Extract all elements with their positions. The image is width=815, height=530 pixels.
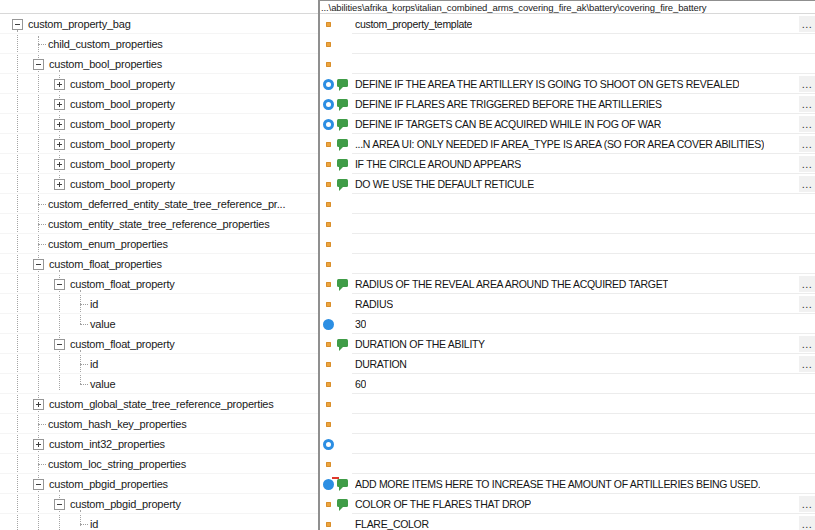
- property-row[interactable]: [320, 194, 815, 214]
- ellipsis-button[interactable]: ...: [799, 356, 815, 372]
- property-row[interactable]: [320, 414, 815, 434]
- ellipsis-button[interactable]: ...: [799, 296, 815, 312]
- tree-node[interactable]: custom_hash_key_properties: [0, 414, 318, 434]
- ellipsis-button[interactable]: ...: [799, 136, 815, 152]
- status-icon: [323, 139, 334, 150]
- tree-node-label: id: [90, 518, 98, 530]
- property-row[interactable]: COLOR OF THE FLARES THAT DROP...: [320, 494, 815, 514]
- comment-icon: [337, 179, 350, 190]
- tree-connector: [80, 524, 88, 525]
- expander-plus-icon[interactable]: [33, 399, 44, 410]
- property-row[interactable]: [320, 54, 815, 74]
- tree-node[interactable]: id: [0, 294, 318, 314]
- expander-plus-icon[interactable]: [54, 79, 65, 90]
- property-row[interactable]: DEFINE IF TARGETS CAN BE ACQUIRED WHILE …: [320, 114, 815, 134]
- expander-plus-icon[interactable]: [33, 439, 44, 450]
- property-row[interactable]: DURATION...: [320, 354, 815, 374]
- ellipsis-button[interactable]: ...: [799, 276, 815, 292]
- ellipsis-button[interactable]: ...: [799, 496, 815, 512]
- ellipsis-button[interactable]: ...: [799, 336, 815, 352]
- tree-node[interactable]: child_custom_properties: [0, 34, 318, 54]
- tree-node[interactable]: custom_bool_property: [0, 114, 318, 134]
- property-row[interactable]: 30: [320, 314, 815, 334]
- ellipsis-button[interactable]: ...: [799, 116, 815, 132]
- property-row[interactable]: DEFINE IF THE AREA THE ARTILLERY IS GOIN…: [320, 74, 815, 94]
- tree-node[interactable]: custom_bool_property: [0, 174, 318, 194]
- property-row[interactable]: RADIUS...: [320, 294, 815, 314]
- property-row[interactable]: [320, 234, 815, 254]
- ellipsis-button[interactable]: ...: [799, 96, 815, 112]
- property-row[interactable]: [320, 434, 815, 454]
- tree-node-label: custom_bool_property: [70, 138, 175, 150]
- tree-node[interactable]: custom_pbgid_property: [0, 494, 318, 514]
- tree-connector: [80, 304, 88, 305]
- comment-icon: [337, 339, 350, 350]
- tree-node[interactable]: custom_bool_property: [0, 154, 318, 174]
- status-icon: [323, 279, 334, 290]
- tree-node[interactable]: custom_int32_properties: [0, 434, 318, 454]
- property-row[interactable]: [320, 214, 815, 234]
- tree-node[interactable]: custom_bool_property: [0, 94, 318, 114]
- tree-node-label: custom_entity_state_tree_reference_prope…: [48, 218, 270, 230]
- tree-node[interactable]: value: [0, 314, 318, 334]
- tree-connector: [80, 324, 88, 325]
- ellipsis-button[interactable]: ...: [799, 156, 815, 172]
- expander-minus-icon[interactable]: [12, 19, 23, 30]
- tree-node[interactable]: value: [0, 374, 318, 394]
- expander-minus-icon[interactable]: [33, 259, 44, 270]
- expander-plus-icon[interactable]: [54, 99, 65, 110]
- expander-minus-icon[interactable]: [54, 339, 65, 350]
- expander-plus-icon[interactable]: [54, 139, 65, 150]
- ellipsis-button[interactable]: ...: [799, 176, 815, 192]
- property-row[interactable]: FLARE_COLOR...: [320, 514, 815, 530]
- property-row[interactable]: [320, 34, 815, 54]
- tree-node[interactable]: custom_enum_properties: [0, 234, 318, 254]
- tree-node[interactable]: custom_entity_state_tree_reference_prope…: [0, 214, 318, 234]
- tree-node[interactable]: custom_bool_property: [0, 134, 318, 154]
- tree-node[interactable]: custom_float_property: [0, 334, 318, 354]
- expander-minus-icon[interactable]: [54, 279, 65, 290]
- property-row[interactable]: DO WE USE THE DEFAULT RETICULE...: [320, 174, 815, 194]
- expander-minus-icon[interactable]: [33, 479, 44, 490]
- panel-splitter[interactable]: [318, 0, 320, 530]
- property-row[interactable]: RADIUS OF THE REVEAL AREA AROUND THE ACQ…: [320, 274, 815, 294]
- tree-node[interactable]: custom_bool_property: [0, 74, 318, 94]
- tree-node[interactable]: custom_deferred_entity_state_tree_refere…: [0, 194, 318, 214]
- tree-node-label: custom_bool_properties: [49, 58, 162, 70]
- property-row[interactable]: ...N AREA UI: ONLY NEEDED IF AREA_TYPE I…: [320, 134, 815, 154]
- property-row[interactable]: IF THE CIRCLE AROUND APPEARS...: [320, 154, 815, 174]
- ellipsis-button[interactable]: ...: [799, 16, 815, 32]
- tree-node[interactable]: id: [0, 354, 318, 374]
- expander-plus-icon[interactable]: [54, 159, 65, 170]
- tree-node-label: custom_bool_property: [70, 118, 175, 130]
- tree-node[interactable]: custom_bool_properties: [0, 54, 318, 74]
- property-row[interactable]: [320, 454, 815, 474]
- expander-plus-icon[interactable]: [54, 119, 65, 130]
- expander-minus-icon[interactable]: [33, 59, 44, 70]
- tree-node[interactable]: custom_float_properties: [0, 254, 318, 274]
- property-row[interactable]: custom_property_template...: [320, 14, 815, 34]
- property-text: DO WE USE THE DEFAULT RETICULE: [355, 178, 534, 190]
- ellipsis-button[interactable]: ...: [799, 516, 815, 530]
- property-row[interactable]: [320, 394, 815, 414]
- tree-node[interactable]: id: [0, 514, 318, 530]
- comment-icon: [337, 139, 350, 150]
- tree-node[interactable]: custom_pbgid_properties: [0, 474, 318, 494]
- property-row[interactable]: [320, 254, 815, 274]
- expander-plus-icon[interactable]: [54, 179, 65, 190]
- tree-node[interactable]: custom_global_state_tree_reference_prope…: [0, 394, 318, 414]
- expander-minus-icon[interactable]: [54, 499, 65, 510]
- tree-node[interactable]: custom_float_property: [0, 274, 318, 294]
- tree-node-label: custom_float_property: [70, 278, 175, 290]
- property-row[interactable]: DEFINE IF FLARES ARE TRIGGERED BEFORE TH…: [320, 94, 815, 114]
- ellipsis-button[interactable]: ...: [799, 76, 815, 92]
- tree-node[interactable]: custom_loc_string_properties: [0, 454, 318, 474]
- property-row[interactable]: DURATION OF THE ABILITY...: [320, 334, 815, 354]
- property-text: IF THE CIRCLE AROUND APPEARS: [355, 158, 521, 170]
- tree-node[interactable]: custom_property_bag: [0, 14, 318, 34]
- status-icon: [323, 519, 334, 530]
- status-icon: [323, 379, 334, 390]
- tree-connector: [38, 244, 46, 245]
- property-row[interactable]: ADD MORE ITEMS HERE TO INCREASE THE AMOU…: [320, 474, 815, 494]
- property-row[interactable]: 60: [320, 374, 815, 394]
